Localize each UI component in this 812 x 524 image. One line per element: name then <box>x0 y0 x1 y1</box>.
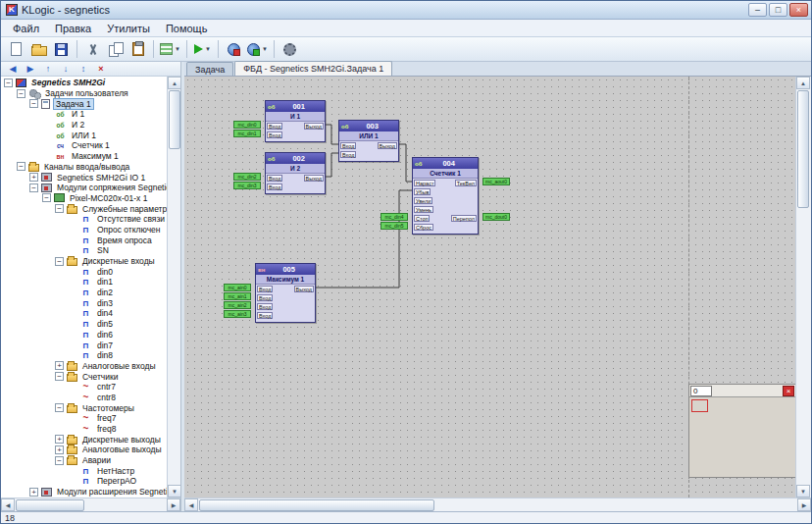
paste-button[interactable] <box>127 38 149 60</box>
tab-task[interactable]: Задача <box>186 62 233 76</box>
menu-edit[interactable]: Правка <box>47 22 99 35</box>
tree-item[interactable]: И 1 <box>1 109 167 120</box>
function-block-004[interactable]: об004Счетчик 1НарастТекВелУбывУвелиУмень… <box>412 157 479 235</box>
tree-item[interactable]: din1 <box>1 277 167 288</box>
canvas-hscroll-thumb[interactable] <box>199 499 434 511</box>
tree-item[interactable]: −Модули сопряжения Segnetics 1 <box>1 183 167 193</box>
tree-horizontal-scrollbar[interactable]: ◀ ▶ <box>1 498 180 511</box>
input-port[interactable]: Нараст <box>414 180 435 186</box>
overlay-value-field[interactable]: 0 <box>690 386 712 396</box>
tree-item[interactable]: И 2 <box>1 120 167 131</box>
tree-item[interactable]: Максимум 1 <box>1 151 167 162</box>
tree-expand-plus-icon[interactable]: + <box>55 435 64 444</box>
input-port[interactable]: Вход <box>257 294 273 301</box>
canvas-vertical-scrollbar[interactable]: ▲ ▼ <box>795 77 811 498</box>
tree-item[interactable]: din5 <box>1 319 167 330</box>
input-port[interactable]: Сброс <box>414 224 433 231</box>
tree-item[interactable]: din0 <box>1 266 167 277</box>
tree-item[interactable]: −Дискретные входы <box>1 256 167 267</box>
output-port[interactable]: Выход <box>378 142 397 149</box>
canvas-scroll-up-icon[interactable]: ▲ <box>796 77 810 89</box>
channel-connector[interactable]: mc_ain3 <box>224 310 251 318</box>
tree-item[interactable]: din8 <box>1 350 167 361</box>
channel-connector[interactable]: mc_ain0 <box>224 284 251 291</box>
input-port[interactable]: Вход <box>257 312 273 319</box>
channel-connector[interactable]: mc_din1 <box>233 130 261 137</box>
tree-item[interactable]: −Задача 1 <box>1 98 167 109</box>
run-button[interactable]: ▼ <box>191 38 214 60</box>
dropdown-arrow-icon[interactable]: ▼ <box>205 46 211 52</box>
tree-item[interactable]: din6 <box>1 330 167 341</box>
tree-item[interactable]: Отсутствие связи <box>1 214 167 225</box>
tree-expand-minus-icon[interactable]: − <box>55 456 64 465</box>
channel-connector[interactable]: mc_din4 <box>381 213 408 221</box>
channel-connector[interactable]: mc_din0 <box>233 121 261 129</box>
function-block-002[interactable]: об002И 2ВходВыходВход <box>265 152 326 194</box>
input-port[interactable]: Умень <box>414 206 433 213</box>
channel-connector[interactable]: mc_dout0 <box>482 213 510 221</box>
input-port[interactable]: Вход <box>267 183 282 190</box>
input-port[interactable]: Вход <box>340 151 356 158</box>
connection-wire[interactable] <box>399 144 412 182</box>
tree-item[interactable]: Время опроса <box>1 235 167 245</box>
tree-item[interactable]: НетНастр <box>1 465 167 476</box>
tree-expand-minus-icon[interactable]: − <box>55 257 64 266</box>
tree-item[interactable]: Счетчик 1 <box>1 140 167 151</box>
function-block-005[interactable]: вн005Максимум 1ВходВыходВходВходВход <box>255 263 316 323</box>
scroll-left-icon[interactable]: ◀ <box>1 498 15 511</box>
tree-expand-plus-icon[interactable]: + <box>29 488 38 497</box>
canvas-scroll-right-icon[interactable]: ▶ <box>797 498 811 511</box>
tree-item[interactable]: freq8 <box>1 424 167 435</box>
settings-gear-button[interactable] <box>279 38 301 60</box>
canvas-scroll-down-icon[interactable]: ▼ <box>796 485 810 498</box>
channel-connector[interactable]: mc_din3 <box>233 182 261 189</box>
connection-wire[interactable] <box>326 153 338 177</box>
tree-item[interactable]: +Segnetics SMH2Gi IO 1 <box>1 172 167 183</box>
scroll-up-icon[interactable]: ▲ <box>168 77 181 89</box>
output-port[interactable]: Выход <box>304 175 324 182</box>
output-port[interactable]: Выход <box>304 123 324 130</box>
tree-item[interactable]: +Модули расширения Segnetics 1 <box>1 487 167 498</box>
dropdown-arrow-icon[interactable]: ▼ <box>262 46 268 52</box>
input-port[interactable]: Вход <box>340 142 356 149</box>
block-list-button[interactable]: ▼ <box>158 38 182 60</box>
tree-expand-plus-icon[interactable]: + <box>55 361 64 370</box>
scroll-down-icon[interactable]: ▼ <box>168 485 181 498</box>
tree-item[interactable]: din2 <box>1 288 167 298</box>
connection-wire[interactable] <box>326 125 338 144</box>
canvas-vscroll-thumb[interactable] <box>797 90 809 208</box>
connection-wire[interactable] <box>316 190 412 288</box>
output-port[interactable]: Выход <box>294 286 314 292</box>
menu-utilities[interactable]: Утилиты <box>99 22 158 35</box>
channel-connector[interactable]: mc_din5 <box>381 222 408 230</box>
network-download-button[interactable]: ▼ <box>245 38 270 60</box>
minimize-button[interactable]: – <box>748 3 767 17</box>
tree-vertical-scrollbar[interactable]: ▲ ▼ <box>167 77 180 498</box>
dropdown-arrow-icon[interactable]: ▼ <box>175 46 180 52</box>
tree-expand-minus-icon[interactable]: − <box>55 403 64 412</box>
delete-button[interactable]: × <box>92 63 110 76</box>
canvas-scroll-left-icon[interactable]: ◀ <box>184 498 198 511</box>
input-port[interactable]: Увели <box>414 197 432 204</box>
tree-item[interactable]: ПерегрАО <box>1 476 167 487</box>
network-upload-button[interactable] <box>223 38 245 60</box>
input-port[interactable]: Вход <box>257 286 273 292</box>
tree-expand-minus-icon[interactable]: − <box>17 162 25 171</box>
output-port[interactable]: ТекВел <box>455 180 477 186</box>
nav-forward-button[interactable]: ▶ <box>22 63 39 76</box>
menu-file[interactable]: Файл <box>5 22 47 35</box>
tree-item[interactable]: −Segnetics SMH2Gi <box>1 78 167 88</box>
tree-expand-minus-icon[interactable]: − <box>17 89 25 98</box>
cut-button[interactable] <box>81 38 104 60</box>
tree-expand-minus-icon[interactable]: − <box>55 372 64 381</box>
close-button[interactable]: × <box>789 3 808 17</box>
tree-expand-minus-icon[interactable]: − <box>55 204 64 213</box>
tree-item[interactable]: −Каналы ввода/вывода <box>1 162 167 173</box>
channel-connector[interactable]: mc_ain2 <box>224 301 251 309</box>
input-port[interactable]: Вход <box>267 131 282 138</box>
move-up-button[interactable]: ↑ <box>39 63 57 76</box>
scroll-right-icon[interactable]: ▶ <box>167 498 180 511</box>
tree-hscroll-thumb[interactable] <box>16 499 84 511</box>
new-file-button[interactable] <box>5 38 27 60</box>
tree-expand-plus-icon[interactable]: + <box>55 445 64 454</box>
